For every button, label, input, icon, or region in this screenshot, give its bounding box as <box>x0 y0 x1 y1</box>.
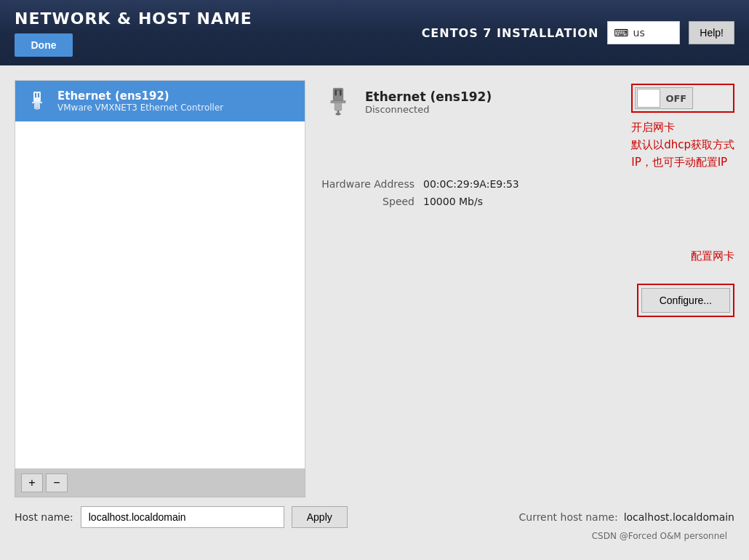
bottom-right: Current host name: localhost.localdomain <box>519 511 734 523</box>
network-item-text: Ethernet (ens192) VMware VMXNET3 Etherne… <box>57 89 223 113</box>
svg-rect-1 <box>35 93 36 97</box>
ethernet-list-icon <box>24 88 50 114</box>
hostname-label: Host name: <box>15 511 73 523</box>
current-hostname-label: Current host name: <box>519 511 618 523</box>
bottom-left: Host name: Apply <box>15 506 348 528</box>
svg-rect-9 <box>335 89 341 90</box>
svg-rect-2 <box>38 93 39 97</box>
keyboard-locale-selector[interactable]: ⌨ us <box>607 21 680 44</box>
locale-value: us <box>633 27 645 39</box>
annotation-enable-nic: 开启网卡 默认以dhcp获取方式 IP，也可手动配置IP <box>631 119 734 171</box>
network-list-item[interactable]: Ethernet (ens192) VMware VMXNET3 Etherne… <box>15 81 305 121</box>
hostname-input[interactable] <box>81 506 284 528</box>
detail-network-status: Disconnected <box>365 104 492 115</box>
toggle-switch[interactable]: OFF <box>635 87 693 109</box>
toggle-switch-container[interactable]: OFF <box>631 84 734 113</box>
page-title: NETWORK & HOST NAME <box>15 9 252 28</box>
network-list-panel: Ethernet (ens192) VMware VMXNET3 Etherne… <box>15 80 305 497</box>
detail-info: Hardware Address 00:0C:29:9A:E9:53 Speed… <box>320 178 734 213</box>
keyboard-icon: ⌨ <box>614 27 628 39</box>
footer-text: CSDN @Forced O&M personnel <box>15 531 734 545</box>
right-panel-inner: Ethernet (ens192) Disconnected OFF <box>320 84 734 317</box>
done-button[interactable]: Done <box>15 33 73 57</box>
header: NETWORK & HOST NAME Done CENTOS 7 INSTAL… <box>0 0 749 65</box>
configure-btn-container: Configure... <box>637 284 734 317</box>
configure-button[interactable]: Configure... <box>641 288 730 313</box>
hardware-address-label: Hardware Address <box>320 178 414 190</box>
detail-name-status: Ethernet (ens192) Disconnected <box>365 89 492 115</box>
remove-network-button[interactable]: − <box>46 473 68 492</box>
right-annotation: OFF 开启网卡 默认以dhcp获取方式 IP，也可手动配置IP <box>631 84 734 171</box>
speed-label: Speed <box>320 196 414 207</box>
ethernet-detail-icon <box>320 84 356 120</box>
apply-button[interactable]: Apply <box>292 506 348 528</box>
detail-network-name: Ethernet (ens192) <box>365 89 492 104</box>
hardware-address-row: Hardware Address 00:0C:29:9A:E9:53 <box>320 178 734 190</box>
main-content: Ethernet (ens192) VMware VMXNET3 Etherne… <box>0 65 749 560</box>
help-button[interactable]: Help! <box>689 21 734 44</box>
hardware-address-value: 00:0C:29:9A:E9:53 <box>423 178 519 190</box>
configure-row: 配置网卡 Configure... <box>320 235 734 317</box>
network-item-name: Ethernet (ens192) <box>57 89 223 103</box>
speed-value: 10000 Mb/s <box>423 196 483 207</box>
svg-rect-3 <box>32 102 42 103</box>
toggle-label: OFF <box>665 93 686 104</box>
right-top: Ethernet (ens192) Disconnected OFF <box>320 84 734 171</box>
network-list: Ethernet (ens192) VMware VMXNET3 Etherne… <box>15 80 305 469</box>
svg-rect-10 <box>331 101 345 103</box>
svg-point-5 <box>36 107 39 110</box>
svg-rect-11 <box>335 103 341 111</box>
detail-header-left: Ethernet (ens192) Disconnected <box>320 84 492 120</box>
add-network-button[interactable]: + <box>21 473 43 492</box>
network-list-toolbar: + − <box>15 469 305 497</box>
bottom-bar: Host name: Apply Current host name: loca… <box>15 497 734 531</box>
brand-label: CENTOS 7 INSTALLATION <box>422 26 599 40</box>
network-item-desc: VMware VMXNET3 Ethernet Controller <box>57 103 223 113</box>
speed-row: Speed 10000 Mb/s <box>320 196 734 207</box>
network-detail-panel: Ethernet (ens192) Disconnected OFF <box>320 80 734 497</box>
content-area: Ethernet (ens192) VMware VMXNET3 Etherne… <box>15 80 734 497</box>
header-left: NETWORK & HOST NAME Done <box>15 9 252 57</box>
current-hostname-value: localhost.localdomain <box>624 511 734 523</box>
header-right: CENTOS 7 INSTALLATION ⌨ us Help! <box>422 21 734 44</box>
annotation-configure: 配置网卡 <box>691 249 734 263</box>
toggle-knob <box>637 89 660 108</box>
svg-rect-0 <box>33 92 41 102</box>
